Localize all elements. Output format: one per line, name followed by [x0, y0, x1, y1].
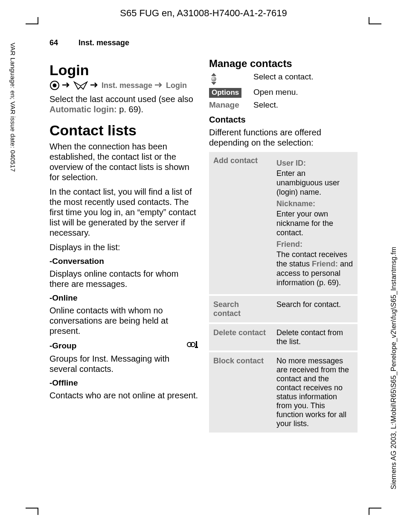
text: The contact receives the status Friend: …	[276, 250, 353, 287]
menu-key-icon	[49, 80, 60, 91]
text: Enter your own nickname for the contact.	[276, 209, 353, 237]
envelope-icon	[73, 81, 88, 90]
cell-block-contact: Block contact	[209, 351, 272, 433]
label-nickname: Nickname:	[276, 199, 353, 208]
subhead-contacts: Contacts	[209, 115, 358, 125]
softkey-options: Options	[209, 88, 241, 98]
table-row: Delete contact Delete contact from the l…	[209, 323, 358, 351]
cell-delete-desc: Delete contact from the list.	[272, 323, 358, 351]
paragraph-group: Groups for Inst. Messaging with several …	[49, 354, 198, 374]
table-row: Add contact User ID: Enter an unambiguou…	[209, 152, 358, 295]
step-select-contact: Select a contact.	[209, 72, 358, 85]
svg-rect-5	[195, 347, 198, 348]
side-note-right: Siemens AG 2003, L:\Mobil\R65\S65_Penelo…	[390, 247, 398, 489]
heading-login: Login	[49, 62, 198, 79]
login-paragraph: Select the last account used (see also A…	[49, 94, 198, 114]
text-automatic-login: Automatic login:	[49, 105, 117, 114]
paragraph-conversation: Displays online contacts for whom there …	[49, 269, 198, 289]
paragraph-connection: When the connection has been established…	[49, 141, 198, 182]
paragraph-list: In the contact list, you will find a lis…	[49, 187, 198, 238]
step-options: Options Open menu.	[209, 88, 358, 98]
label-manage: Manage	[209, 100, 246, 110]
subhead-group-row: -Group	[49, 340, 198, 351]
paragraph-functions: Different functions are offered dependin…	[209, 127, 358, 148]
scroll-key-icon	[209, 72, 218, 85]
arrow-icon	[155, 81, 163, 90]
doc-header: S65 FUG en, A31008-H7400-A1-2-7619	[0, 0, 407, 19]
text: Select the last account used (see also	[49, 94, 193, 104]
heading-contact-lists: Contact lists	[49, 122, 198, 139]
text: p. 69).	[117, 105, 143, 114]
subhead-online: -Online	[49, 293, 198, 303]
menu-nav-path: Inst. message Login	[49, 80, 198, 91]
step-manage: Manage Select.	[209, 100, 358, 110]
right-column: Manage contacts Select a contact. Option…	[209, 58, 358, 433]
cell-delete-contact: Delete contact	[209, 323, 272, 351]
functions-table: Add contact User ID: Enter an unambiguou…	[209, 152, 358, 433]
heading-manage-contacts: Manage contacts	[209, 58, 358, 70]
label-user-id: User ID:	[276, 159, 353, 168]
label-friend: Friend:	[276, 240, 353, 249]
svg-point-1	[53, 84, 57, 88]
cell-search-desc: Search for contact.	[272, 295, 358, 323]
nav-item-login: Login	[166, 81, 187, 90]
side-note-left: VAR Language: en; VAR issue date: 040517	[9, 43, 17, 172]
left-column: Login Inst. message Login	[49, 58, 198, 433]
step-text: Select.	[253, 100, 278, 110]
subhead-group: -Group	[49, 341, 76, 351]
cell-add-contact-desc: User ID: Enter an unambiguous user (logi…	[272, 152, 358, 295]
paragraph-offline: Contacts who are not online at present.	[49, 390, 198, 400]
running-head: 64 Inst. message	[49, 38, 358, 47]
nav-item-inst-message: Inst. message	[102, 81, 152, 90]
page-number: 64	[49, 38, 58, 47]
text: Enter an unambiguous user (login) name.	[276, 169, 353, 197]
text-friend-inline: Friend:	[312, 260, 338, 268]
paragraph-displays: Displays in the list:	[49, 242, 198, 252]
cell-search-contact: Search contact	[209, 295, 272, 323]
table-row: Search contact Search for contact.	[209, 295, 358, 323]
arrow-icon	[90, 81, 99, 90]
provider-icon	[185, 340, 198, 351]
paragraph-online: Online contacts with whom no conversatio…	[49, 305, 198, 336]
cell-add-contact: Add contact	[209, 152, 272, 295]
running-title: Inst. message	[78, 38, 129, 47]
table-row: Block contact No more messages are recei…	[209, 351, 358, 433]
subhead-conversation: -Conversation	[49, 257, 198, 266]
cell-block-desc: No more messages are received from the c…	[272, 351, 358, 433]
arrow-icon	[62, 81, 71, 90]
step-text: Select a contact.	[253, 72, 313, 82]
step-text: Open menu.	[253, 88, 298, 97]
subhead-offline: -Offline	[49, 378, 198, 388]
